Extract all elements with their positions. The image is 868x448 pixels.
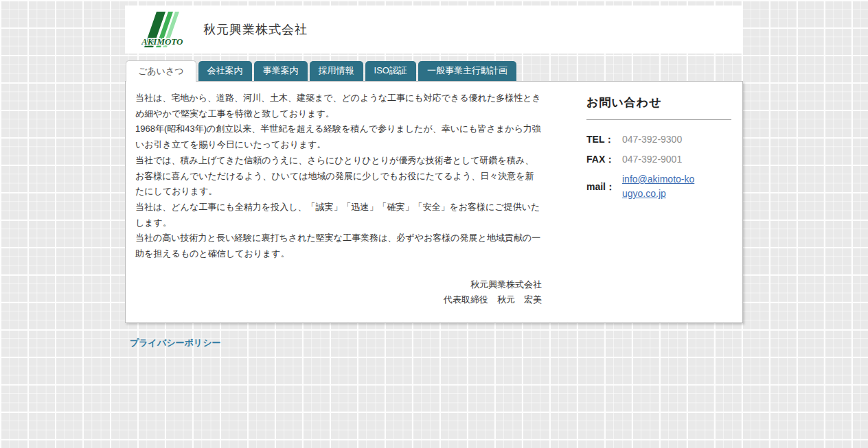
main-nav-tabs: ごあいさつ 会社案内 事業案内 採用情報 ISO認証 一般事業主行動計画 (125, 60, 743, 81)
contact-section: お問い合わせ TEL： 047-392-9300 FAX： 047-392-90… (586, 91, 731, 309)
page-footer: プライバシーポリシー (125, 336, 743, 349)
contact-row-tel: TEL： 047-392-9300 (586, 132, 731, 147)
greeting-paragraph: 当社は、宅地から、道路、河川、土木、建築まで、どのような工事にも対応できる優れた… (135, 91, 542, 121)
fax-label: FAX： (586, 152, 622, 167)
tel-label: TEL： (586, 132, 622, 147)
tab-recruit-info[interactable]: 採用情報 (310, 61, 363, 81)
fax-value: 047-392-9001 (622, 152, 682, 167)
tab-business-info[interactable]: 事業案内 (254, 61, 308, 81)
tab-general-employer-action-plan[interactable]: 一般事業主行動計画 (418, 61, 516, 81)
site-header: AKIMOTO 秋元興業株式会社 (125, 5, 743, 54)
contact-row-mail: mail： info@akimoto-kougyo.co.jp (586, 172, 731, 201)
tab-iso-certification[interactable]: ISO認証 (365, 61, 416, 81)
mail-label: mail： (586, 180, 622, 194)
greeting-text-block: 当社は、宅地から、道路、河川、土木、建築まで、どのような工事にも対応できる優れた… (135, 91, 542, 309)
tab-greeting[interactable]: ごあいさつ (126, 60, 196, 82)
greeting-paragraph: 当社では、積み上げてきた信頼のうえに、さらにひとりひとりが優秀な技術者として研鑽… (135, 153, 542, 200)
company-logo: AKIMOTO (141, 11, 196, 48)
greeting-paragraph: 当社は、どんな工事にも全精力を投入し、「誠実」「迅速」「確実」「安全」をお客様に… (135, 200, 542, 231)
greeting-paragraph: 1968年(昭和43年)の創立以来、半世紀を超える経験を積んで参りましたが、幸い… (135, 121, 542, 152)
company-name: 秋元興業株式会社 (203, 21, 308, 38)
contact-heading: お問い合わせ (586, 95, 731, 110)
logo-stripes-icon: AKIMOTO (141, 11, 196, 48)
signature-block: 秋元興業株式会社 代表取締役 秋元 宏美 (135, 277, 542, 308)
mail-link[interactable]: info@akimoto-kougyo.co.jp (622, 172, 699, 201)
greeting-paragraph: 当社の高い技術力と長い経験に裏打ちされた堅実な工事業務は、必ずやお客様の発展と地… (135, 231, 542, 261)
logo-text: AKIMOTO (141, 36, 183, 47)
page-container: AKIMOTO 秋元興業株式会社 ごあいさつ 会社案内 事業案内 採用情報 IS… (125, 5, 743, 349)
signature-president-name: 代表取締役 秋元 宏美 (135, 292, 542, 308)
main-content-card: 当社は、宅地から、道路、河川、土木、建築まで、どのような工事にも対応できる優れた… (125, 81, 743, 323)
signature-company-name: 秋元興業株式会社 (135, 277, 542, 293)
contact-row-fax: FAX： 047-392-9001 (586, 152, 731, 167)
contact-divider (586, 119, 731, 120)
privacy-policy-link[interactable]: プライバシーポリシー (130, 338, 220, 348)
tab-company-info[interactable]: 会社案内 (198, 61, 252, 81)
tel-value: 047-392-9300 (622, 132, 682, 147)
